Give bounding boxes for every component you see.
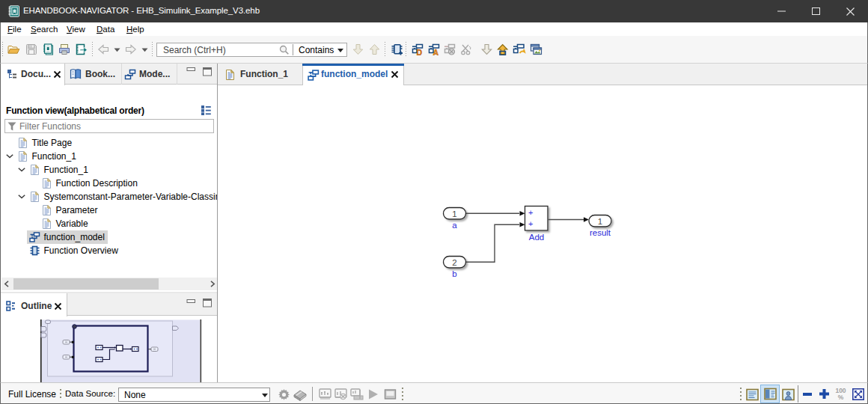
svg-text:Add: Add — [529, 233, 544, 242]
svg-text:D: D — [417, 48, 423, 56]
svg-text:+: + — [528, 219, 533, 228]
svg-text:+: + — [528, 208, 533, 217]
svg-text:2: 2 — [452, 258, 456, 267]
svg-text:1: 1 — [598, 217, 602, 226]
svg-text:b: b — [452, 269, 456, 278]
svg-text:A: A — [433, 48, 439, 56]
svg-text:1: 1 — [452, 209, 456, 218]
svg-text:result: result — [590, 228, 611, 237]
svg-text:a: a — [452, 221, 457, 230]
